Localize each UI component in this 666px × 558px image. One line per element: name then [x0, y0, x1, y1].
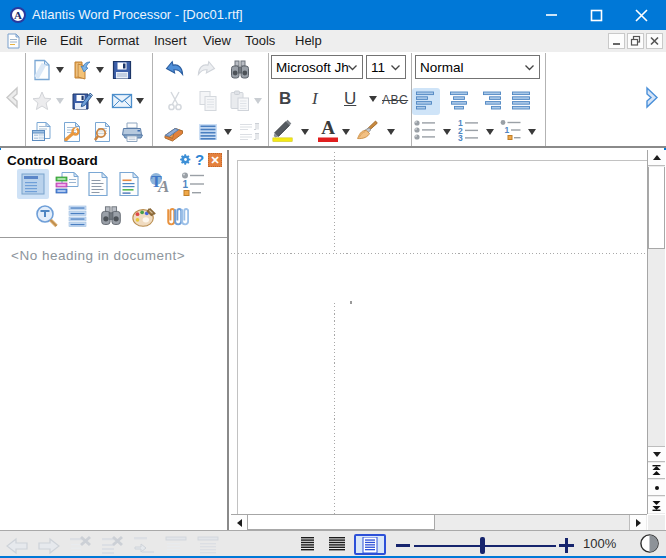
- page-layout-view-button[interactable]: [354, 534, 386, 555]
- maximize-button[interactable]: [579, 0, 613, 30]
- underline-dropdown-arrow[interactable]: [369, 96, 377, 102]
- toolbar-scroll-right-chevron-icon[interactable]: [644, 86, 661, 115]
- numbered-list-button[interactable]: 123: [456, 118, 480, 142]
- next-page-button[interactable]: [648, 497, 665, 513]
- menu-edit[interactable]: Edit: [60, 33, 82, 48]
- open-document-button[interactable]: [70, 58, 94, 82]
- dropdown-arrow-icon[interactable]: [96, 67, 104, 73]
- scroll-right-button[interactable]: [629, 515, 646, 530]
- scroll-up-button[interactable]: [648, 150, 665, 166]
- draft-view-button[interactable]: [301, 537, 314, 555]
- menu-file[interactable]: File: [26, 33, 47, 48]
- print-preview-button[interactable]: [90, 120, 114, 144]
- formatting-marks-button[interactable]: [238, 120, 262, 144]
- dropdown-arrow-icon[interactable]: [56, 98, 64, 104]
- settings-gear-icon[interactable]: [179, 153, 192, 169]
- dropdown-arrow-icon[interactable]: [254, 98, 262, 104]
- online-view-button[interactable]: [329, 537, 345, 555]
- new-document-button[interactable]: [30, 58, 54, 82]
- select-browse-object-button[interactable]: [648, 480, 665, 496]
- scroll-down-button[interactable]: [648, 446, 665, 462]
- italic-button[interactable]: I: [312, 89, 318, 109]
- align-justify-button[interactable]: [509, 89, 533, 113]
- zoom-slider-thumb[interactable]: [480, 537, 485, 554]
- dropdown-arrow-icon[interactable]: [224, 129, 232, 135]
- contrast-circle-icon[interactable]: [639, 533, 660, 557]
- menu-insert[interactable]: Insert: [154, 33, 187, 48]
- dropdown-arrow-icon[interactable]: [136, 98, 144, 104]
- document-properties-button[interactable]: [30, 120, 54, 144]
- redo-button[interactable]: [195, 58, 219, 82]
- close-panel-icon[interactable]: ✕: [208, 153, 222, 167]
- art-palette-button[interactable]: [131, 204, 157, 230]
- help-icon[interactable]: ?: [195, 151, 204, 168]
- save-as-button[interactable]: [70, 89, 94, 113]
- vertical-scrollbar-thumb[interactable]: [648, 167, 665, 249]
- find-binoculars-button[interactable]: [228, 58, 252, 82]
- paragraph-pane-button[interactable]: [67, 204, 93, 230]
- document-tools-button[interactable]: [60, 120, 84, 144]
- align-left-button[interactable]: [412, 88, 440, 115]
- font-color-button[interactable]: A: [316, 118, 340, 142]
- nav-forward-button[interactable]: [36, 534, 62, 556]
- document-view[interactable]: [231, 150, 647, 514]
- menu-view[interactable]: View: [203, 33, 231, 48]
- numbering-pane-button[interactable]: 1: [180, 171, 206, 197]
- eraser-button[interactable]: [162, 120, 186, 144]
- zoom-slider-track[interactable]: [414, 545, 556, 547]
- minimize-button[interactable]: [534, 0, 568, 30]
- menu-tools[interactable]: Tools: [245, 33, 275, 48]
- document-close-button[interactable]: [646, 33, 663, 49]
- document-restore-button[interactable]: [627, 33, 644, 49]
- goto-corner-button[interactable]: [132, 534, 158, 556]
- headings-pane-button[interactable]: [20, 171, 46, 197]
- dropdown-arrow-icon[interactable]: [342, 129, 350, 135]
- dropdown-arrow-icon[interactable]: [387, 129, 395, 135]
- vertical-scrollbar[interactable]: [647, 150, 665, 514]
- multilevel-list-button[interactable]: 1: [499, 118, 523, 142]
- search-pane-button[interactable]: [98, 204, 124, 230]
- email-document-button[interactable]: [110, 89, 134, 113]
- attachments-clips-button[interactable]: [163, 204, 189, 230]
- list-plain-button[interactable]: [164, 534, 190, 556]
- format-brush-button[interactable]: [355, 118, 379, 142]
- scroll-left-button[interactable]: [231, 515, 248, 530]
- list-plain-2-button[interactable]: [196, 534, 222, 556]
- print-button[interactable]: [120, 120, 144, 144]
- document-preview-pane-button[interactable]: [85, 171, 111, 197]
- align-right-button[interactable]: [479, 89, 503, 113]
- bullet-list-button[interactable]: [413, 118, 437, 142]
- font-pane-button[interactable]: TA: [148, 171, 174, 197]
- horizontal-scrollbar[interactable]: [231, 514, 647, 530]
- zoom-out-button[interactable]: [396, 544, 410, 547]
- colored-list-button[interactable]: [54, 171, 80, 197]
- dropdown-arrow-icon[interactable]: [486, 129, 494, 135]
- paragraph-spacing-button[interactable]: [196, 120, 220, 144]
- dropdown-arrow-icon[interactable]: [56, 67, 64, 73]
- dropdown-arrow-icon[interactable]: [301, 129, 309, 135]
- menu-format[interactable]: Format: [98, 33, 139, 48]
- save-document-button[interactable]: [110, 58, 134, 82]
- nav-back-button[interactable]: [4, 534, 30, 556]
- document-minimize-button[interactable]: [608, 33, 625, 49]
- document-styles-button[interactable]: [116, 171, 142, 197]
- undo-button[interactable]: [162, 58, 186, 82]
- favorites-star-button[interactable]: [30, 89, 54, 113]
- menu-help[interactable]: Help: [295, 33, 322, 48]
- underline-button[interactable]: U: [344, 89, 356, 109]
- previous-page-button[interactable]: [648, 463, 665, 479]
- horizontal-scrollbar-thumb[interactable]: [247, 515, 435, 530]
- close-button[interactable]: [624, 0, 658, 30]
- align-center-button[interactable]: [447, 89, 471, 113]
- strikethrough-button[interactable]: ABC: [382, 93, 408, 107]
- toolbar-scroll-left-chevron-icon[interactable]: [3, 86, 20, 115]
- zoom-pane-button[interactable]: [34, 204, 60, 230]
- delete-list-2-button[interactable]: [100, 534, 126, 556]
- bold-button[interactable]: B: [279, 89, 291, 109]
- copy-button[interactable]: [196, 89, 220, 113]
- dropdown-arrow-icon[interactable]: [443, 129, 451, 135]
- paragraph-style-combobox[interactable]: Normal: [415, 55, 540, 79]
- paste-button[interactable]: [228, 89, 252, 113]
- zoom-in-button[interactable]: [559, 538, 574, 553]
- delete-list-button[interactable]: [68, 534, 94, 556]
